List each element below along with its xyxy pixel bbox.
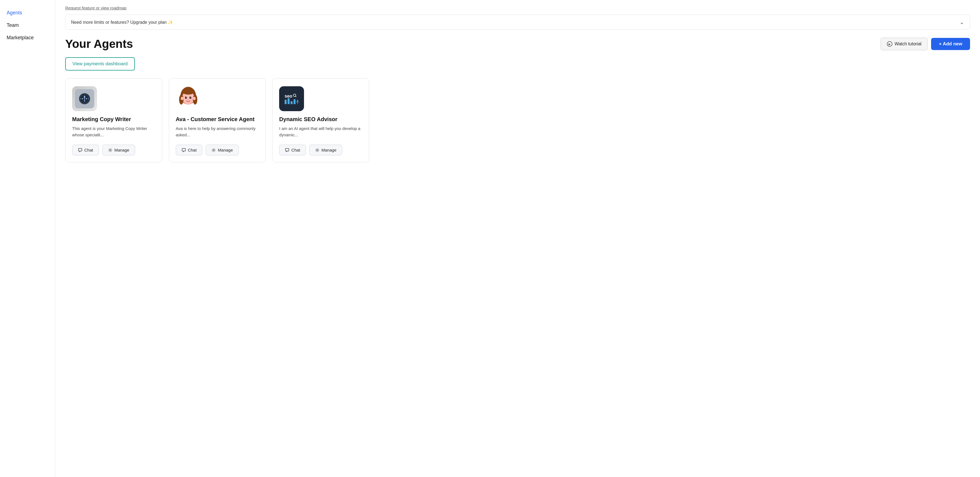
header-actions: ▶ Watch tutorial + Add new bbox=[880, 38, 970, 50]
watch-tutorial-button[interactable]: ▶ Watch tutorial bbox=[880, 38, 928, 50]
svg-point-6 bbox=[84, 101, 85, 102]
manage-button-marketing[interactable]: Manage bbox=[102, 145, 135, 155]
agent-card-ava: Ava - Customer Service Agent Ava is here… bbox=[169, 78, 266, 162]
chat-icon bbox=[78, 148, 82, 152]
manage-button-seo[interactable]: Manage bbox=[309, 145, 342, 155]
chat-button-marketing[interactable]: Chat bbox=[72, 145, 99, 155]
svg-point-8 bbox=[88, 98, 89, 99]
svg-point-15 bbox=[193, 97, 196, 100]
chat-button-seo[interactable]: Chat bbox=[279, 145, 306, 155]
seo-avatar-icon: seo bbox=[282, 89, 302, 108]
manage-button-ava[interactable]: Manage bbox=[205, 145, 239, 155]
chat-button-ava[interactable]: Chat bbox=[176, 145, 202, 155]
gear-icon bbox=[212, 148, 216, 152]
agent-avatar-ava bbox=[176, 86, 200, 111]
svg-rect-22 bbox=[282, 89, 302, 108]
chevron-down-icon: ⌄ bbox=[959, 19, 964, 26]
sidebar-item-marketplace[interactable]: Marketplace bbox=[0, 32, 55, 44]
svg-rect-29 bbox=[294, 99, 296, 104]
request-feature-link[interactable]: Request feature or view roadmap bbox=[65, 6, 127, 10]
svg-point-9 bbox=[110, 149, 111, 151]
agent-avatar-seo: seo bbox=[279, 86, 304, 111]
sidebar: Agents Team Marketplace bbox=[0, 0, 55, 477]
agents-grid: Marketing Copy Writer This agent is your… bbox=[65, 78, 369, 162]
svg-point-3 bbox=[82, 98, 83, 99]
agent-name-ava: Ava - Customer Service Agent bbox=[176, 116, 259, 123]
page-header: Your Agents ▶ Watch tutorial + Add new bbox=[65, 37, 970, 51]
svg-point-31 bbox=[317, 149, 318, 151]
svg-point-19 bbox=[191, 97, 191, 97]
agent-name-marketing: Marketing Copy Writer bbox=[72, 116, 155, 123]
svg-rect-26 bbox=[285, 100, 286, 104]
agent-actions-seo: Chat Manage bbox=[279, 145, 362, 155]
svg-point-16 bbox=[185, 97, 187, 99]
svg-point-21 bbox=[213, 149, 215, 151]
view-payments-button[interactable]: View payments dashboard bbox=[65, 57, 135, 70]
upgrade-star-icon: ✨ bbox=[168, 20, 173, 25]
svg-rect-27 bbox=[288, 98, 290, 104]
agent-actions-marketing: Chat Manage bbox=[72, 145, 155, 155]
agent-card-seo: seo Dynamic SEO Advisor I am an AI agent… bbox=[272, 78, 369, 162]
svg-point-20 bbox=[182, 89, 194, 94]
agent-desc-marketing: This agent is your Marketing Copy Writer… bbox=[72, 126, 155, 138]
chat-icon bbox=[285, 148, 290, 152]
play-icon: ▶ bbox=[887, 41, 892, 47]
svg-rect-28 bbox=[291, 101, 293, 104]
svg-point-7 bbox=[80, 98, 81, 99]
agent-card-marketing: Marketing Copy Writer This agent is your… bbox=[65, 78, 162, 162]
chat-icon bbox=[181, 148, 186, 152]
svg-point-5 bbox=[84, 96, 85, 97]
marketing-avatar-icon bbox=[75, 89, 94, 108]
svg-point-18 bbox=[186, 97, 186, 97]
gear-icon bbox=[108, 148, 113, 152]
agent-desc-ava: Ava is here to help by answering commonl… bbox=[176, 126, 259, 138]
ava-avatar-icon bbox=[176, 86, 200, 111]
agent-avatar-marketing bbox=[72, 86, 97, 111]
agent-name-seo: Dynamic SEO Advisor bbox=[279, 116, 362, 123]
gear-icon bbox=[315, 148, 320, 152]
add-new-button[interactable]: + Add new bbox=[931, 38, 970, 50]
sidebar-item-agents[interactable]: Agents bbox=[0, 6, 55, 19]
main-content: Request feature or view roadmap Need mor… bbox=[55, 0, 980, 477]
upgrade-banner[interactable]: Need more limits or features? Upgrade yo… bbox=[65, 14, 970, 30]
agent-desc-seo: I am an AI agent that will help you deve… bbox=[279, 126, 362, 138]
page-title: Your Agents bbox=[65, 37, 133, 51]
svg-point-4 bbox=[86, 98, 87, 99]
svg-text:seo: seo bbox=[285, 94, 293, 99]
svg-point-14 bbox=[181, 97, 183, 100]
sidebar-item-team[interactable]: Team bbox=[0, 19, 55, 32]
upgrade-text: Need more limits or features? Upgrade yo… bbox=[71, 20, 173, 25]
agent-actions-ava: Chat Manage bbox=[176, 145, 259, 155]
svg-point-17 bbox=[189, 97, 191, 99]
